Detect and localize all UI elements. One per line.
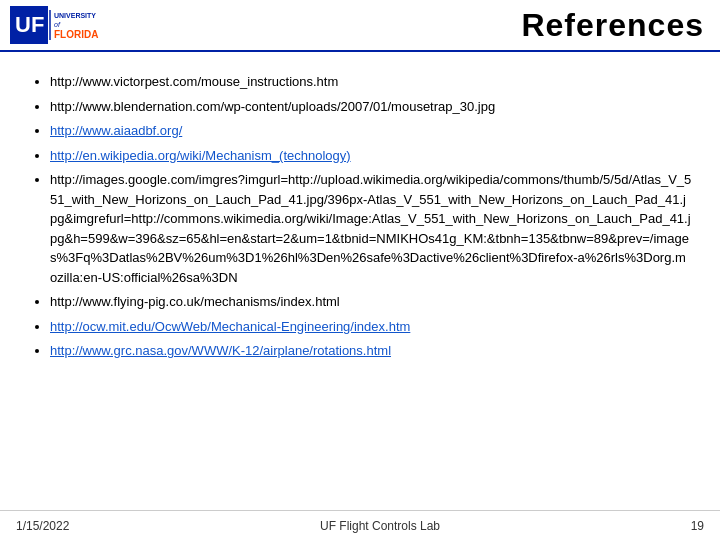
ref-text: http://www.flying-pig.co.uk/mechanisms/i… (50, 294, 340, 309)
list-item: http://en.wikipedia.org/wiki/Mechanism_(… (50, 146, 692, 166)
svg-text:of: of (54, 21, 61, 28)
svg-text:UNIVERSITY: UNIVERSITY (54, 12, 96, 19)
list-item: http://www.victorpest.com/mouse_instruct… (50, 72, 692, 92)
header: UF UNIVERSITY of FLORIDA References (0, 0, 720, 52)
logo-area: UF UNIVERSITY of FLORIDA (10, 6, 120, 44)
ref-text: http://www.victorpest.com/mouse_instruct… (50, 74, 338, 89)
uf-logo: UF UNIVERSITY of FLORIDA (10, 6, 120, 44)
footer-date: 1/15/2022 (16, 519, 69, 533)
list-item: http://ocw.mit.edu/OcwWeb/Mechanical-Eng… (50, 317, 692, 337)
main-content: http://www.victorpest.com/mouse_instruct… (0, 52, 720, 426)
references-list: http://www.victorpest.com/mouse_instruct… (28, 72, 692, 361)
ref-link[interactable]: http://en.wikipedia.org/wiki/Mechanism_(… (50, 148, 351, 163)
list-item: http://www.grc.nasa.gov/WWW/K-12/airplan… (50, 341, 692, 361)
list-item: http://www.blendernation.com/wp-content/… (50, 97, 692, 117)
ref-link[interactable]: http://www.aiaadbf.org/ (50, 123, 182, 138)
list-item: http://www.flying-pig.co.uk/mechanisms/i… (50, 292, 692, 312)
footer-center-label: UF Flight Controls Lab (320, 519, 440, 533)
svg-text:UF: UF (15, 12, 44, 37)
ref-text long-url: http://images.google.com/imgres?imgurl=h… (50, 172, 691, 285)
ref-text: http://www.blendernation.com/wp-content/… (50, 99, 495, 114)
ref-link[interactable]: http://ocw.mit.edu/OcwWeb/Mechanical-Eng… (50, 319, 410, 334)
footer-page-number: 19 (691, 519, 704, 533)
list-item: http://www.aiaadbf.org/ (50, 121, 692, 141)
footer: 1/15/2022 UF Flight Controls Lab 19 (0, 510, 720, 540)
page-title: References (521, 7, 704, 44)
ref-link[interactable]: http://www.grc.nasa.gov/WWW/K-12/airplan… (50, 343, 391, 358)
list-item: http://images.google.com/imgres?imgurl=h… (50, 170, 692, 287)
svg-text:FLORIDA: FLORIDA (54, 29, 98, 40)
